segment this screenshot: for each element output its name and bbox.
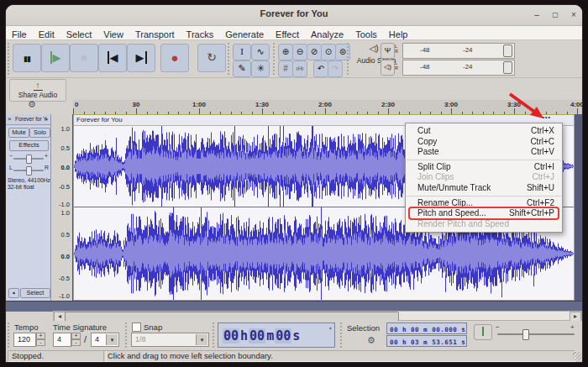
zoom-project-button[interactable]: ⊙ bbox=[321, 44, 336, 60]
timesig-lower-dropdown[interactable]: 4 ▾ bbox=[91, 333, 119, 347]
toolbar-grip[interactable] bbox=[347, 43, 351, 75]
resize-grip[interactable] bbox=[573, 352, 581, 360]
maximize-button[interactable]: ▢ bbox=[549, 8, 562, 22]
menu-file[interactable]: File bbox=[6, 29, 33, 39]
playback-meter[interactable]: -48 -24 bbox=[402, 60, 515, 76]
snap-dropdown[interactable]: 1/8 ▾ bbox=[131, 333, 209, 347]
selection-end-field[interactable]: 00 h 03 m 53.651 s ▾ bbox=[386, 335, 467, 347]
vertical-scale-ruler[interactable]: 1.0 0.5 0.0 -0.5 -1.0 1.0 0.5 0.0 -0.5 -… bbox=[51, 114, 73, 301]
time-format-caret-icon[interactable]: ▾ bbox=[328, 325, 332, 331]
pause-button[interactable]: ▮▮ bbox=[13, 44, 41, 72]
timeline-options-gear-icon[interactable]: ⚙ bbox=[28, 99, 36, 110]
time-format-caret-icon[interactable]: ▾ bbox=[461, 338, 465, 343]
draw-tool-button[interactable]: ✎ bbox=[233, 60, 251, 77]
toolbar-grip[interactable] bbox=[8, 322, 12, 348]
envelope-tool-button[interactable]: ∿ bbox=[251, 44, 270, 60]
speed-slider-thumb[interactable] bbox=[522, 329, 529, 340]
menu-item-paste[interactable]: PasteCtrl+V bbox=[406, 147, 562, 158]
time-format-caret-icon[interactable]: ▾ bbox=[461, 326, 465, 331]
record-meter-channels: LR bbox=[395, 44, 398, 54]
menu-view[interactable]: View bbox=[97, 29, 129, 39]
timeline-tick-label: 3:00 bbox=[444, 101, 458, 108]
menu-transport[interactable]: Transport bbox=[129, 29, 181, 39]
record-meter[interactable]: -48 -24 bbox=[402, 43, 515, 59]
stop-button[interactable]: ■ bbox=[70, 44, 98, 72]
playback-speed-slider[interactable] bbox=[497, 333, 575, 335]
solo-button[interactable]: Solo bbox=[29, 128, 50, 138]
menu-item-split-clip[interactable]: Split ClipCtrl+I bbox=[406, 162, 562, 173]
timeline-tick-label: 1:30 bbox=[255, 101, 269, 108]
trim-audio-button[interactable]: # bbox=[278, 60, 293, 77]
play-button[interactable]: ▶ bbox=[41, 44, 70, 72]
mute-button[interactable]: Mute bbox=[8, 128, 29, 138]
menu-analyze[interactable]: Analyze bbox=[305, 29, 349, 39]
audio-position-display[interactable]: 00h00m00s ▾ bbox=[218, 322, 335, 348]
select-track-button[interactable]: Select bbox=[20, 288, 50, 298]
play-at-speed-button[interactable] bbox=[474, 324, 492, 340]
gain-slider-thumb[interactable] bbox=[26, 155, 32, 164]
timeline-ruler[interactable]: 0 30 1:00 1:30 2:00 2:30 3:00 3:30 4:00 bbox=[73, 100, 582, 115]
minimize-button[interactable]: – bbox=[530, 8, 543, 22]
menu-generate[interactable]: Generate bbox=[219, 29, 270, 39]
menu-item-pitch-and-speed[interactable]: Pitch and Speed...Shift+Ctrl+P bbox=[406, 208, 562, 219]
record-button[interactable]: ● bbox=[160, 44, 189, 72]
effects-button[interactable]: Effects bbox=[9, 140, 49, 151]
tempo-spinner[interactable]: +- bbox=[36, 333, 45, 346]
dropdown-caret-icon[interactable]: ▾ bbox=[106, 334, 118, 345]
toolbar-grip[interactable] bbox=[228, 43, 232, 75]
toolbar-grip[interactable] bbox=[213, 322, 217, 348]
track-close-icon[interactable]: × bbox=[8, 115, 12, 123]
selection-tool-button[interactable]: I bbox=[233, 44, 251, 60]
bottom-toolbar: Tempo 120 +- Time Signature 4 +- / 4 ▾ S… bbox=[6, 321, 582, 349]
timeline-tick-label: 2:30 bbox=[381, 101, 395, 108]
trim-audio-icon: # bbox=[283, 64, 288, 73]
close-button[interactable]: × bbox=[567, 8, 580, 22]
tempo-label: Tempo bbox=[14, 322, 39, 332]
playback-meter-speaker-button[interactable]: ◁) bbox=[381, 60, 395, 76]
dropdown-caret-icon[interactable]: ▾ bbox=[196, 334, 207, 345]
menu-tracks[interactable]: Tracks bbox=[181, 29, 220, 39]
gain-max-label: + bbox=[45, 153, 48, 159]
pan-slider-thumb[interactable] bbox=[26, 166, 32, 176]
selection-options-gear-icon[interactable]: ⚙ bbox=[367, 335, 375, 346]
zoom-out-button[interactable]: ⊖ bbox=[292, 44, 307, 60]
undo-icon: ↶ bbox=[318, 64, 324, 73]
title-bar[interactable]: Forever for You – ▢ × bbox=[6, 5, 582, 26]
toolbar-grip[interactable] bbox=[340, 322, 344, 348]
record-meter-mic-button[interactable]: Ψ bbox=[381, 43, 395, 59]
toolbar-grip[interactable] bbox=[273, 43, 277, 75]
snap-checkbox[interactable] bbox=[132, 322, 141, 332]
speed-max-label: + bbox=[570, 323, 575, 331]
timeline-tick-label: 30 bbox=[133, 101, 140, 108]
menu-effect[interactable]: Effect bbox=[270, 29, 305, 39]
multi-tool-button[interactable]: ✳ bbox=[251, 60, 270, 77]
clip-menu-dots-icon[interactable]: ••• bbox=[543, 114, 551, 120]
skip-start-button[interactable]: ◀ bbox=[98, 44, 127, 72]
track-menu-caret-icon[interactable]: ▼ bbox=[45, 117, 49, 122]
zoom-selection-button[interactable]: ⊘ bbox=[307, 44, 322, 60]
loop-button[interactable]: ↻ bbox=[197, 44, 226, 72]
silence-audio-button[interactable]: ıHı bbox=[292, 60, 307, 77]
skip-end-button[interactable]: ▶ bbox=[127, 44, 155, 72]
zoom-in-button[interactable]: ⊕ bbox=[278, 44, 293, 60]
timesig-spinner[interactable]: +- bbox=[71, 333, 81, 346]
menu-edit[interactable]: Edit bbox=[33, 29, 60, 39]
track-header[interactable]: × Forever for Y ▼ bbox=[6, 114, 50, 125]
menu-help[interactable]: Help bbox=[383, 29, 414, 39]
timesig-upper-input[interactable]: 4 bbox=[53, 333, 71, 347]
menu-select[interactable]: Select bbox=[60, 29, 98, 39]
track-name[interactable]: Forever for Y bbox=[15, 116, 47, 122]
undo-button[interactable]: ↶ bbox=[313, 60, 328, 77]
menu-item-copy[interactable]: CopyCtrl+C bbox=[406, 137, 562, 148]
redo-button[interactable]: ↷ bbox=[328, 60, 343, 77]
menu-item-cut[interactable]: CutCtrl+X bbox=[406, 126, 562, 137]
selection-start-field[interactable]: 00 h 00 m 00.000 s ▾ bbox=[386, 322, 467, 334]
horizontal-scrollbar[interactable]: ◂ ▸ bbox=[53, 311, 582, 321]
share-audio-button[interactable]: ↑ Share Audio bbox=[9, 79, 66, 102]
collapse-track-button[interactable]: ▴ bbox=[8, 288, 19, 298]
toolbar-grip[interactable] bbox=[125, 322, 129, 348]
tempo-input[interactable]: 120 bbox=[13, 333, 36, 347]
toolbar-grip[interactable] bbox=[8, 43, 12, 75]
menu-tools[interactable]: Tools bbox=[349, 29, 383, 39]
menu-item-mute-unmute-track[interactable]: Mute/Unmute TrackShift+U bbox=[406, 183, 562, 194]
